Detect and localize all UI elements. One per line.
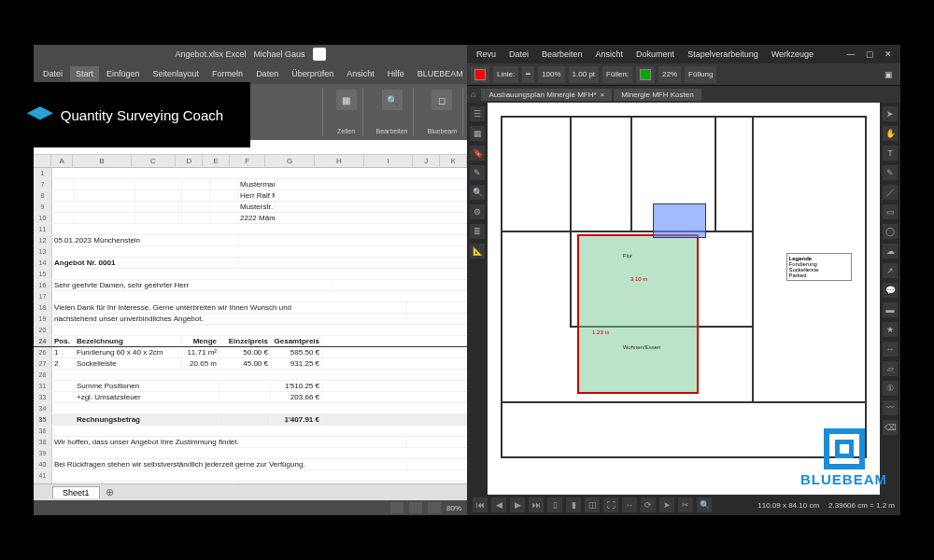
col-c[interactable]: C — [132, 155, 177, 167]
item2-qty[interactable]: 20.65 m — [182, 358, 219, 369]
bb-menu-datei[interactable]: Datei — [503, 48, 534, 61]
file-access-icon[interactable]: ☰ — [470, 106, 485, 121]
line-tool-icon[interactable]: ／ — [883, 185, 898, 200]
measure-icon[interactable]: 📐 — [470, 244, 485, 259]
stamp-tool-icon[interactable]: ★ — [883, 322, 898, 337]
menu-bluebeam[interactable]: BLUEBEAM — [412, 66, 469, 81]
view-normal-icon[interactable] — [390, 502, 403, 513]
sum-label[interactable]: Summe Positionen — [75, 381, 219, 391]
text-tool-icon[interactable]: T — [883, 146, 898, 161]
select-all[interactable] — [34, 155, 51, 167]
menu-einfuegen[interactable]: Einfügen — [101, 66, 146, 81]
date-line[interactable]: 05.01.2023 Münchenstein — [52, 235, 239, 245]
closing2[interactable]: Bei Rückfragen stehen wir selbstverständ… — [52, 459, 407, 469]
line-style[interactable]: ━ — [522, 66, 534, 83]
menu-ansicht[interactable]: Ansicht — [341, 66, 380, 81]
first-page-icon[interactable]: ⏮ — [473, 497, 488, 512]
minimize-icon[interactable]: — — [842, 48, 859, 61]
doc-tab-1[interactable]: Ausbauungsplan Minergie MFH*× — [481, 89, 612, 101]
ellipse-tool-icon[interactable]: ◯ — [883, 224, 898, 239]
hdr-qty[interactable]: Menge — [182, 336, 219, 346]
area-tool-icon[interactable]: ▱ — [883, 361, 898, 376]
spreadsheet[interactable]: A B C D E F G H I J K 1 7Mustermann AG 8… — [34, 155, 467, 483]
doc-tab-2[interactable]: Minergie MFH Kosten — [614, 89, 700, 101]
sheet-rows[interactable]: 1 7Mustermann AG 8Herr Ralf Muster 9Must… — [34, 168, 467, 483]
fill-color[interactable] — [636, 66, 655, 83]
callout-tool-icon[interactable]: 💬 — [883, 283, 898, 298]
measured-area[interactable] — [577, 234, 700, 394]
addr2[interactable]: Herr Ralf Muster — [238, 190, 276, 201]
dimension-tool-icon[interactable]: ↔ — [883, 342, 898, 357]
addr4[interactable]: 2222 Männedorf — [238, 213, 276, 223]
item1-desc[interactable]: Fundierung 60 x 40 x 2cm — [75, 347, 182, 357]
closing1[interactable]: Wir hoffen, dass unser Angebot Ihre Zust… — [52, 437, 407, 447]
pen-tool-icon[interactable]: ✎ — [883, 165, 898, 180]
split-icon[interactable]: ◫ — [585, 497, 600, 512]
addr1[interactable]: Mustermann AG — [238, 179, 276, 189]
hdr-unit[interactable]: Einzelpreis — [219, 336, 271, 346]
highlight-tool-icon[interactable]: ▬ — [883, 302, 898, 317]
single-page-icon[interactable]: ▯ — [547, 497, 562, 512]
bb-menu-bearbeiten[interactable]: Bearbeiten — [536, 48, 588, 61]
col-k[interactable]: K — [440, 155, 467, 167]
bookmarks-icon[interactable]: 🔖 — [470, 146, 485, 161]
close-tab-icon[interactable]: × — [601, 91, 605, 99]
item2-pos[interactable]: 2 — [52, 358, 75, 369]
avatar[interactable] — [313, 48, 326, 61]
select-tool-icon[interactable]: ➤ — [883, 106, 898, 121]
properties-icon[interactable]: ⚙ — [470, 204, 485, 219]
item1-unit[interactable]: 50.00 € — [219, 347, 271, 357]
salutation[interactable]: Sehr geehrte Damen, sehr geehrter Herr — [52, 280, 333, 290]
intro2[interactable]: nachstehend unser unverbindliches Angebo… — [52, 314, 407, 324]
menu-hilfe[interactable]: Hilfe — [382, 66, 410, 81]
sum-val[interactable]: 1'510.25 € — [271, 381, 322, 391]
item1-qty[interactable]: 11.71 m² — [182, 347, 219, 357]
item1-pos[interactable]: 1 — [52, 347, 75, 357]
hdr-pos[interactable]: Pos. — [52, 336, 75, 346]
find-icon[interactable]: 🔍 — [382, 90, 403, 110]
home-icon[interactable]: ⌂ — [471, 90, 475, 99]
view-break-icon[interactable] — [428, 502, 441, 513]
col-i[interactable]: I — [364, 155, 414, 167]
fit-width-icon[interactable]: ↔ — [622, 497, 637, 512]
hdr-desc[interactable]: Bezeichnung — [75, 336, 182, 346]
secondary-markup[interactable] — [653, 203, 706, 238]
rotate-icon[interactable]: ⟳ — [641, 497, 656, 512]
bluebeam-icon[interactable]: ◻ — [432, 90, 452, 110]
menu-daten[interactable]: Daten — [250, 66, 284, 81]
cloud-tool-icon[interactable]: ☁ — [883, 244, 898, 259]
menu-ueberpruefen[interactable]: Überprüfen — [286, 66, 339, 81]
layers-icon[interactable]: ≣ — [470, 224, 485, 239]
zoom-tool-icon[interactable]: 🔍 — [697, 497, 712, 512]
cursor-icon[interactable]: ➤ — [659, 497, 674, 512]
col-d[interactable]: D — [176, 155, 203, 167]
col-a[interactable]: A — [51, 155, 73, 167]
view-layout-icon[interactable] — [409, 502, 422, 513]
continuous-icon[interactable]: ▮ — [566, 497, 581, 512]
addr3[interactable]: Musterstr. 1 — [238, 202, 276, 212]
next-page-icon[interactable]: ▶ — [510, 497, 525, 512]
menu-seitenlayout[interactable]: Seitenlayout — [148, 66, 205, 81]
thumbnails-icon[interactable]: ▦ — [470, 126, 485, 141]
bb-menu-ansicht[interactable]: Ansicht — [590, 48, 630, 61]
sheet-tab-1[interactable]: Sheet1 — [52, 486, 100, 498]
vat-label[interactable]: +zgl. Umsatzsteuer — [75, 392, 219, 402]
rect-tool-icon[interactable]: ▭ — [883, 204, 898, 219]
offer-no[interactable]: Angebot Nr. 0001 — [52, 258, 239, 268]
line-weight[interactable]: 1.00 pt — [569, 66, 599, 83]
close-icon[interactable]: ✕ — [880, 48, 897, 61]
search-icon[interactable]: 🔍 — [470, 185, 485, 200]
opacity-field[interactable]: 22% — [658, 66, 681, 83]
item1-total[interactable]: 585.50 € — [271, 347, 322, 357]
col-h[interactable]: H — [315, 155, 364, 167]
col-e[interactable]: E — [203, 155, 230, 167]
menu-datei[interactable]: Datei — [37, 66, 68, 81]
last-page-icon[interactable]: ⏭ — [529, 497, 544, 512]
fit-page-icon[interactable]: ⛶ — [603, 497, 618, 512]
bb-menu-werkzeuge[interactable]: Werkzeuge — [766, 48, 819, 61]
total-val[interactable]: 1'407.91 € — [271, 414, 322, 425]
arrow-tool-icon[interactable]: ↗ — [883, 263, 898, 278]
snapshot-icon[interactable]: ✂ — [678, 497, 693, 512]
hdr-total[interactable]: Gesamtpreis — [271, 336, 322, 346]
markups-icon[interactable]: ✎ — [470, 165, 485, 180]
